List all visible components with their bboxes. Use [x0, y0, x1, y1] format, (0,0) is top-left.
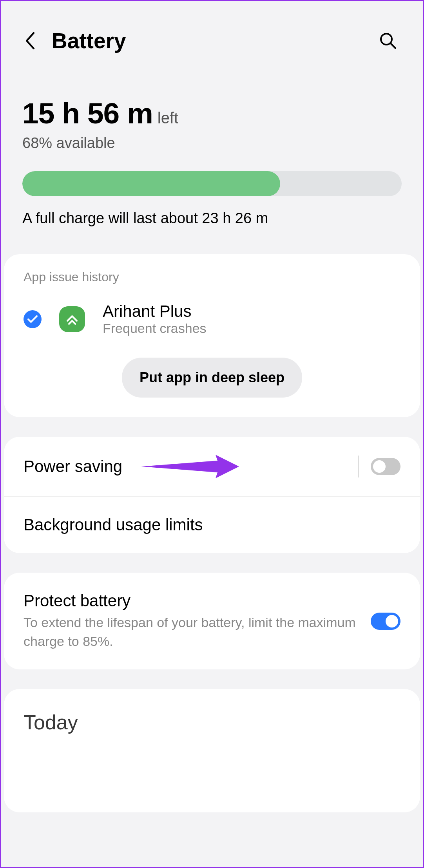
- app-issue-reason: Frequent crashes: [103, 321, 207, 336]
- divider: [358, 456, 359, 477]
- back-icon[interactable]: [22, 33, 38, 49]
- power-saving-label: Power saving: [24, 457, 358, 476]
- app-icon: [59, 306, 85, 332]
- full-charge-estimate: A full charge will last about 23 h 26 m: [22, 210, 402, 227]
- deep-sleep-button[interactable]: Put app in deep sleep: [122, 358, 302, 398]
- app-name: Arihant Plus: [103, 302, 207, 321]
- time-remaining: 15 h 56 m: [22, 96, 153, 130]
- search-icon[interactable]: [378, 31, 398, 51]
- percent-available: 68% available: [22, 135, 402, 152]
- battery-bar[interactable]: [22, 171, 402, 196]
- battery-bar-fill: [22, 171, 280, 196]
- protect-battery-row[interactable]: Protect battery To extend the lifespan o…: [4, 573, 420, 669]
- checkmark-icon: [24, 310, 42, 328]
- power-saving-row[interactable]: Power saving: [4, 437, 420, 496]
- power-saving-toggle[interactable]: [371, 458, 400, 475]
- svg-line-1: [391, 43, 395, 48]
- background-limits-label: Background usage limits: [24, 515, 400, 534]
- background-limits-row[interactable]: Background usage limits: [4, 496, 420, 553]
- page-title: Battery: [52, 28, 378, 53]
- app-issue-row[interactable]: Arihant Plus Frequent crashes: [24, 302, 400, 336]
- protect-battery-desc: To extend the lifespan of your battery, …: [24, 613, 371, 651]
- time-suffix: left: [158, 109, 178, 127]
- protect-battery-label: Protect battery: [24, 591, 371, 610]
- app-issue-card: App issue history Arihant Plus Frequent …: [4, 254, 420, 417]
- app-issue-header: App issue history: [24, 270, 400, 284]
- battery-summary: 15 h 56 m left 68% available A full char…: [1, 61, 423, 242]
- usage-card: Today: [4, 689, 420, 812]
- header: Battery: [1, 1, 423, 61]
- settings-card: Power saving Background usage limits: [4, 437, 420, 553]
- usage-title: Today: [24, 711, 400, 734]
- protect-battery-toggle[interactable]: [371, 613, 400, 630]
